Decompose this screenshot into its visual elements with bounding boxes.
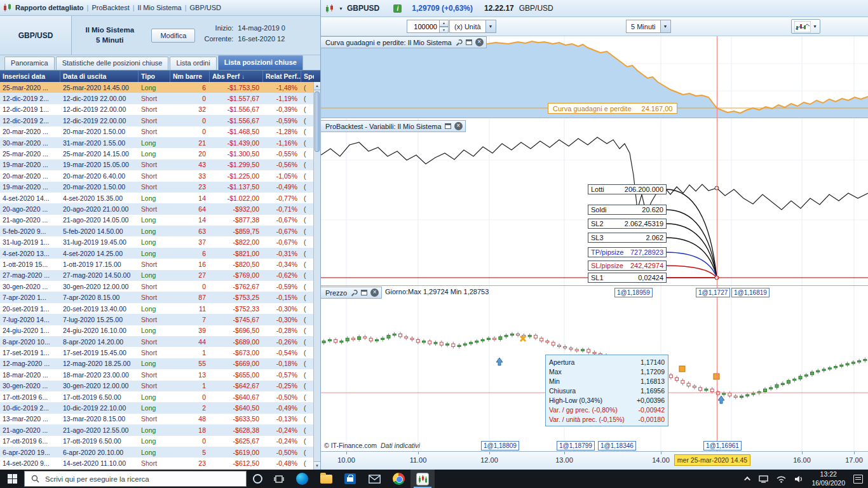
- quantity-stepper[interactable]: 100000 ▲▼: [407, 20, 449, 33]
- col-entry-date[interactable]: Inserisci data: [0, 71, 60, 82]
- cell-spese: (: [301, 126, 314, 137]
- symbol-dropdown-arrow[interactable]: ▼: [339, 6, 343, 11]
- tab-panoramica[interactable]: Panoramica: [4, 57, 55, 70]
- unit-value[interactable]: (x) Unità: [449, 20, 486, 33]
- start-button[interactable]: [0, 470, 24, 488]
- table-row[interactable]: 25-mar-2020 ...25-mar-2020 14.45.00Long6…: [0, 82, 314, 93]
- table-row[interactable]: 30-gen-2020 ...30-gen-2020 12.00.00Short…: [0, 381, 314, 391]
- table-row[interactable]: 19-mar-2020 ...20-mar-2020 1.50.00Short2…: [0, 182, 314, 193]
- table-row[interactable]: 13-mar-2020 ...13-mar-2020 8.15.00Short4…: [0, 414, 314, 424]
- panel-separator[interactable]: [321, 285, 868, 286]
- taskbar-store-button[interactable]: [338, 470, 362, 488]
- cell-abs-perf: -$673,00: [210, 347, 263, 358]
- close-panel-icon[interactable]: ×: [454, 122, 463, 130]
- chart-type-button[interactable]: ▼: [791, 19, 820, 34]
- restore-window-icon[interactable]: [445, 123, 451, 129]
- col-spese[interactable]: Spese b...: [301, 71, 314, 82]
- display-icon[interactable]: [759, 475, 768, 483]
- task-view-button[interactable]: [268, 470, 290, 488]
- col-tipo[interactable]: Tipo: [139, 71, 170, 82]
- table-row[interactable]: 6-apr-2020 19...6-apr-2020 20.10.00Long5…: [0, 447, 314, 458]
- table-row[interactable]: 20-mar-2020 ...20-mar-2020 1.50.00Short0…: [0, 126, 314, 137]
- taskbar-search-input[interactable]: Scrivi qui per eseguire la ricerca: [24, 471, 247, 487]
- scroll-up-arrow[interactable]: ▲: [314, 82, 320, 90]
- taskbar-clock[interactable]: 13:22 16/09/2020: [811, 470, 845, 487]
- scroll-down-arrow[interactable]: ▼: [314, 461, 320, 470]
- taskbar-prorealtime-button[interactable]: [410, 470, 435, 488]
- tray-expand-icon[interactable]: [745, 477, 751, 483]
- table-row[interactable]: 19-mar-2020 ...19-mar-2020 15.05.00Short…: [0, 159, 314, 170]
- taskbar-mail-button[interactable]: [362, 470, 386, 488]
- tab-statistiche-posizioni-chiuse[interactable]: Statistiche delle posizioni chiuse: [56, 57, 169, 70]
- timeframe-value[interactable]: 5 Minuti: [626, 20, 661, 33]
- instrument-info-icon[interactable]: i: [393, 4, 402, 13]
- table-row[interactable]: 7-lug-2020 14...7-lug-2020 15.25.00Short…: [0, 314, 314, 325]
- restore-window-icon[interactable]: [361, 290, 367, 295]
- table-row[interactable]: 12-dic-2019 1...12-dic-2019 22.00.00Shor…: [0, 104, 314, 115]
- quantity-up-arrow[interactable]: ▲: [440, 20, 449, 27]
- close-panel-icon[interactable]: ×: [370, 288, 379, 297]
- action-center-icon[interactable]: [853, 475, 863, 484]
- table-row[interactable]: 12-dic-2019 2...12-dic-2019 22.00.00Shor…: [0, 93, 314, 104]
- table-row[interactable]: 10-dic-2019 2...10-dic-2019 22.10.00Long…: [0, 402, 314, 413]
- panel-separator[interactable]: [321, 118, 868, 118]
- table-row[interactable]: 20-ago-2020 ...20-ago-2020 21.00.00Short…: [0, 203, 314, 214]
- titlebar-item-system[interactable]: Il Mio Sistema: [138, 4, 182, 11]
- close-panel-icon[interactable]: ×: [475, 38, 484, 46]
- table-row[interactable]: 8-apr-2020 10...8-apr-2020 14.20.00Short…: [0, 336, 314, 347]
- table-row[interactable]: 7-apr-2020 1...7-apr-2020 8.15.00Short87…: [0, 292, 314, 302]
- col-exit-date[interactable]: Data di uscita: [60, 71, 139, 82]
- edge-icon: [296, 473, 308, 485]
- table-row[interactable]: 5-feb-2020 9...5-feb-2020 14.50.00Long63…: [0, 226, 314, 236]
- table-row[interactable]: 4-set-2020 14...4-set-2020 15.35.00Long1…: [0, 193, 314, 203]
- table-row[interactable]: 17-ott-2019 6...17-ott-2019 6.50.00Long0…: [0, 436, 314, 447]
- table-row[interactable]: 30-gen-2020 ...30-gen-2020 12.00.00Short…: [0, 281, 314, 292]
- quantity-value[interactable]: 100000: [407, 20, 440, 33]
- table-row[interactable]: 12-dic-2019 2...12-dic-2019 22.00.00Shor…: [0, 115, 314, 126]
- taskbar-file-explorer-button[interactable]: [314, 470, 338, 488]
- timeframe-dropdown-arrow[interactable]: ▼: [661, 20, 671, 33]
- table-row[interactable]: 1-ott-2019 15...1-ott-2019 17.15.00Short…: [0, 259, 314, 269]
- col-relat-perf[interactable]: Relat Perf...: [263, 71, 301, 82]
- time-axis[interactable]: mer 25-mar-2020 14.45 10.0011.0012.0013.…: [321, 451, 868, 470]
- unit-dropdown-arrow[interactable]: ▼: [486, 20, 496, 33]
- table-row[interactable]: 4-set-2020 13...4-set-2020 14.25.00Long6…: [0, 248, 314, 259]
- taskbar-edge-button[interactable]: [290, 470, 314, 488]
- table-row[interactable]: 20-set-2019 1...20-set-2019 13.40.00Long…: [0, 303, 314, 314]
- titlebar-item-report[interactable]: Rapporto dettagliato: [15, 4, 84, 11]
- titlebar-item-pair[interactable]: GBP/USD: [190, 4, 222, 11]
- unit-dropdown[interactable]: (x) Unità ▼: [449, 20, 496, 33]
- col-nm-barre[interactable]: Nm barre: [170, 71, 210, 82]
- tab-lista-ordini[interactable]: Lista ordini: [170, 57, 216, 70]
- table-row[interactable]: 24-giu-2020 1...24-giu-2020 16.10.00Long…: [0, 325, 314, 336]
- symbol-label[interactable]: GBPUSD: [347, 4, 379, 13]
- network-wifi-icon[interactable]: [776, 475, 786, 483]
- microsoft-store-icon: [344, 473, 356, 484]
- taskbar-chrome-button[interactable]: [386, 470, 410, 488]
- col-abs-perf[interactable]: Abs Perf↓: [210, 71, 263, 82]
- table-row[interactable]: 20-mar-2020 ...20-mar-2020 6.40.00Short3…: [0, 170, 314, 181]
- tab-lista-posizioni-chiuse[interactable]: Lista posizioni chiuse: [218, 55, 303, 70]
- scrollbar-thumb[interactable]: [315, 92, 320, 152]
- titlebar-item-probacktest[interactable]: ProBacktest: [92, 4, 129, 11]
- quantity-down-arrow[interactable]: ▼: [440, 27, 449, 34]
- timeframe-dropdown[interactable]: 5 Minuti ▼: [626, 20, 671, 33]
- cortana-button[interactable]: [247, 470, 268, 488]
- modify-button[interactable]: Modifica: [151, 29, 195, 43]
- table-row[interactable]: 17-set-2019 1...17-set-2019 15.45.00Shor…: [0, 347, 314, 358]
- table-row[interactable]: 18-mar-2020 ...18-mar-2020 23.00.00Short…: [0, 369, 314, 380]
- table-row[interactable]: 31-lug-2019 1...31-lug-2019 19.45.00Long…: [0, 236, 314, 247]
- wrench-icon[interactable]: [455, 39, 463, 46]
- table-row[interactable]: 21-ago-2020 ...21-ago-2020 14.05.00Long1…: [0, 215, 314, 226]
- table-row[interactable]: 14-set-2020 9...14-set-2020 11.10.00Shor…: [0, 458, 314, 468]
- restore-window-icon[interactable]: [466, 39, 472, 45]
- table-row[interactable]: 21-ago-2020 ...21-ago-2020 12.55.00Long1…: [0, 424, 314, 435]
- table-row[interactable]: 30-mar-2020 ...31-mar-2020 1.55.00Long21…: [0, 137, 314, 148]
- table-row[interactable]: 27-mag-2020 ...27-mag-2020 14.50.00Long2…: [0, 270, 314, 281]
- table-row[interactable]: 12-mag-2020 ...12-mag-2020 18.25.00Long5…: [0, 358, 314, 369]
- report-scrollbar[interactable]: ▲ ▼: [313, 82, 320, 470]
- wrench-icon[interactable]: [350, 289, 358, 297]
- volume-icon[interactable]: [794, 475, 803, 483]
- table-row[interactable]: 25-mar-2020 ...25-mar-2020 14.15.00Long2…: [0, 148, 314, 159]
- table-row[interactable]: 17-ott-2019 6...17-ott-2019 6.50.00Long0…: [0, 391, 314, 402]
